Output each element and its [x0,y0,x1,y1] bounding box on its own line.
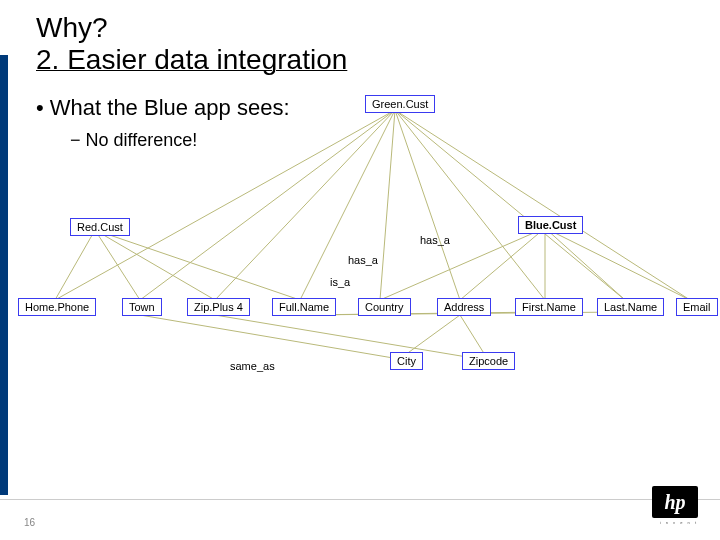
svg-line-5 [395,110,460,300]
diagram-edges [0,0,720,540]
node-blue-cust: Blue.Cust [518,216,583,234]
svg-line-0 [55,110,395,300]
node-town: Town [122,298,162,316]
footer-rule [0,499,720,500]
node-full-name: Full.Name [272,298,336,316]
svg-line-8 [395,110,690,300]
hp-tagline: i n v e n t [652,520,698,525]
svg-line-9 [55,230,95,300]
node-first-name: First.Name [515,298,583,316]
edge-label-has-a-2: has_a [348,254,378,266]
node-email: Email [676,298,718,316]
hp-logo: hp i n v e n t [652,486,698,532]
svg-line-19 [460,315,485,355]
slide: Why? 2. Easier data integration • What t… [0,0,720,540]
svg-line-17 [545,228,690,300]
node-zip-plus4: Zip.Plus 4 [187,298,250,316]
node-last-name: Last.Name [597,298,664,316]
svg-line-13 [380,228,545,300]
svg-line-2 [215,110,395,300]
svg-line-1 [140,110,395,300]
svg-line-7 [395,110,625,300]
svg-line-20 [140,315,405,360]
node-city: City [390,352,423,370]
svg-line-16 [545,228,625,300]
node-green-cust: Green.Cust [365,95,435,113]
node-home-phone: Home.Phone [18,298,96,316]
edge-label-same-as: same_as [230,360,275,372]
svg-line-10 [95,230,140,300]
node-country: Country [358,298,411,316]
hp-logo-icon: hp [652,486,698,518]
svg-line-14 [460,228,545,300]
svg-line-18 [405,315,460,355]
page-number: 16 [24,517,35,528]
svg-line-21 [215,315,485,360]
svg-line-3 [300,110,395,300]
edge-label-is-a: is_a [330,276,350,288]
node-red-cust: Red.Cust [70,218,130,236]
svg-line-4 [380,110,395,300]
node-address: Address [437,298,491,316]
svg-line-6 [395,110,545,300]
edge-label-has-a-1: has_a [420,234,450,246]
node-zipcode: Zipcode [462,352,515,370]
